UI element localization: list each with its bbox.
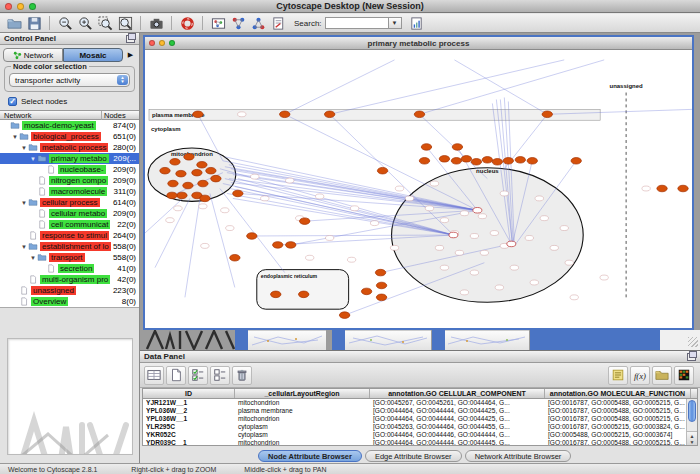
graph-node[interactable] — [350, 206, 358, 211]
graph-node[interactable] — [482, 157, 492, 164]
expand-arrow-icon[interactable]: ▼ — [20, 145, 28, 151]
graph-node[interactable] — [395, 186, 403, 191]
graph-hub-node[interactable] — [473, 208, 482, 214]
graph-node[interactable] — [300, 218, 310, 225]
graph-node[interactable] — [177, 192, 187, 199]
network-canvas[interactable]: plasma membranecytoplasmmitochondrionnuc… — [145, 50, 692, 328]
float-panel-icon[interactable] — [126, 35, 135, 43]
graph-node[interactable] — [480, 250, 488, 255]
tree-row[interactable]: ▼biological_process651(0) — [0, 131, 139, 142]
network-view-window[interactable]: primary metabolic process plasma membran… — [143, 35, 694, 330]
graph-node[interactable] — [251, 174, 259, 179]
graph-node[interactable] — [200, 195, 210, 202]
import-icon[interactable] — [652, 366, 672, 385]
table-vertical-scrollbar[interactable]: ▲▼ — [686, 399, 697, 445]
graph-node[interactable] — [460, 211, 468, 216]
graph-node[interactable] — [347, 257, 355, 262]
graph-node[interactable] — [226, 226, 234, 231]
table-row[interactable]: YJR121W__1mitochondrion[GO:0045267, GO:0… — [143, 399, 697, 407]
graph-node[interactable] — [198, 180, 208, 187]
graph-node[interactable] — [286, 242, 296, 249]
graph-node[interactable] — [439, 156, 449, 163]
graph-node[interactable] — [184, 154, 194, 161]
resize-corner[interactable] — [660, 330, 700, 350]
tree-row[interactable]: cell communicat22(0) — [0, 219, 139, 230]
tab-mosaic[interactable]: Mosaic — [63, 48, 123, 62]
tree-row[interactable]: macromolecule311(0) — [0, 186, 139, 197]
zoom-out-icon[interactable] — [56, 15, 74, 31]
graph-node[interactable] — [430, 181, 438, 186]
graph-node[interactable] — [325, 235, 333, 240]
table-row[interactable]: YLR295Ccytoplasm[GO:0045263, GO:0044464,… — [143, 423, 697, 431]
layout-2-icon[interactable] — [249, 15, 267, 31]
graph-node[interactable] — [192, 169, 202, 176]
tree-column-network[interactable]: Network — [0, 111, 101, 120]
save-icon[interactable] — [25, 15, 43, 31]
session-details-icon[interactable] — [408, 15, 426, 31]
graph-node[interactable] — [440, 265, 448, 270]
expand-arrow-icon[interactable]: ▼ — [20, 200, 28, 206]
tree-row[interactable]: cellular metabo209(0) — [0, 208, 139, 219]
tab-overflow-button[interactable]: ▶ — [125, 49, 136, 61]
graph-hub-node[interactable] — [449, 232, 458, 238]
graph-node[interactable] — [339, 312, 349, 319]
tab-edge-attribute-browser[interactable]: Edge Attribute Browser — [365, 450, 462, 462]
expand-arrow-icon[interactable]: ▼ — [20, 244, 28, 250]
tree-row[interactable]: Overview8(0) — [0, 296, 139, 307]
graph-node[interactable] — [376, 282, 386, 289]
graph-node[interactable] — [421, 144, 431, 151]
graph-node[interactable] — [201, 243, 209, 248]
zoom-in-icon[interactable] — [76, 15, 94, 31]
tree-row[interactable]: secretion41(0) — [0, 263, 139, 274]
overview-icon[interactable] — [209, 15, 227, 31]
graph-node[interactable] — [238, 112, 246, 117]
graph-node[interactable] — [510, 265, 518, 270]
table-column-header[interactable]: ID — [143, 389, 235, 398]
tree-row[interactable]: ▼metabolic process280(0) — [0, 142, 139, 153]
graph-node[interactable] — [361, 288, 371, 295]
graph-node[interactable] — [375, 269, 385, 276]
graph-node[interactable] — [306, 255, 314, 260]
delete-attribute-icon[interactable] — [232, 366, 252, 385]
graph-node[interactable] — [174, 206, 182, 211]
graph-node[interactable] — [642, 186, 650, 191]
graph-node[interactable] — [221, 208, 229, 213]
graph-node[interactable] — [542, 111, 552, 118]
graph-node[interactable] — [286, 178, 294, 183]
graph-node[interactable] — [540, 216, 548, 221]
expand-arrow-icon[interactable]: ▼ — [11, 134, 19, 140]
zoom-fit-icon[interactable] — [116, 15, 134, 31]
graph-node[interactable] — [440, 218, 448, 223]
graph-node[interactable] — [460, 290, 468, 295]
select-nodes-checkbox[interactable]: ✓ — [8, 97, 17, 106]
tree-row[interactable]: ▼transport558(0) — [0, 252, 139, 263]
tab-node-attribute-browser[interactable]: Node Attribute Browser — [258, 450, 362, 462]
graph-node[interactable] — [377, 167, 387, 174]
graph-node[interactable] — [176, 170, 186, 177]
graph-node[interactable] — [206, 167, 216, 174]
select-attributes-icon[interactable] — [188, 366, 208, 385]
tree-row[interactable]: ▼establishment of lo558(0) — [0, 241, 139, 252]
attribute-table-icon[interactable] — [144, 366, 164, 385]
graph-node[interactable] — [530, 280, 538, 285]
graph-node[interactable] — [233, 190, 243, 197]
graph-node[interactable] — [455, 250, 463, 255]
node-color-dropdown[interactable]: transporter activity ▲▼ — [9, 73, 130, 87]
expand-arrow-icon[interactable]: ▼ — [29, 255, 37, 261]
graph-node[interactable] — [571, 158, 581, 165]
zoom-selected-icon[interactable] — [96, 15, 114, 31]
graph-node[interactable] — [503, 158, 513, 165]
graph-node[interactable] — [168, 180, 178, 187]
table-row[interactable]: YPL036W__1mitochondrion[GO:0044464, GO:0… — [143, 415, 697, 423]
search-dropdown-arrow-icon[interactable]: ▼ — [389, 17, 402, 29]
graph-node[interactable] — [471, 159, 481, 166]
graph-node[interactable] — [261, 196, 269, 201]
graph-node[interactable] — [492, 159, 502, 166]
table-column-header[interactable]: _cellularLayoutRegion — [235, 389, 370, 398]
graph-node[interactable] — [376, 294, 386, 301]
graph-node[interactable] — [414, 111, 424, 118]
graph-edge[interactable] — [185, 198, 200, 297]
graph-node[interactable] — [370, 221, 378, 226]
graph-node[interactable] — [470, 270, 478, 275]
graph-node[interactable] — [271, 291, 281, 298]
